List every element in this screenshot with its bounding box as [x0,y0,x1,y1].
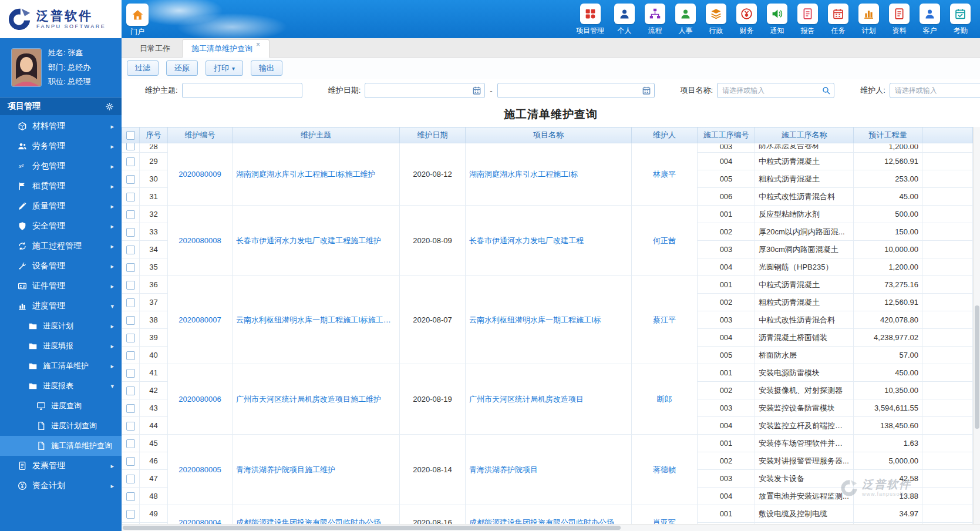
tab[interactable]: 日常工作 [131,40,179,57]
row-checkbox[interactable] [126,457,135,466]
cell-maintain-code[interactable]: 2020080007 [168,276,233,364]
topnav-item[interactable]: 行政 [706,4,726,38]
row-checkbox[interactable] [126,510,135,519]
search-icon[interactable] [821,86,831,95]
row-checkbox[interactable] [126,298,135,307]
row-checkbox[interactable] [126,387,135,395]
cell-project-name[interactable]: 青海洪湖养护院项目 [466,435,632,505]
gear-icon[interactable] [105,102,114,111]
cell-project-name[interactable]: 云南水利枢纽潜明水库一期工程施工I标 [466,276,632,364]
row-checkbox[interactable] [126,334,135,342]
cell-maintainer[interactable]: 蔡江平 [632,276,698,364]
cell-maintain-subject[interactable]: 成都能源建设集团投资有限公司临时办公场所装修... [233,505,400,525]
sidebar-item[interactable]: 设备管理▸ [0,256,122,276]
column-header[interactable]: 序号 [140,127,168,143]
filter-button[interactable]: 过滤 [127,61,159,76]
row-checkbox[interactable] [126,246,135,254]
cell-maintainer[interactable]: 林康平 [632,143,698,206]
topnav-item[interactable]: 客户 [920,4,940,38]
column-header[interactable]: 维护日期 [400,127,466,143]
cell-maintain-subject[interactable]: 广州市天河区统计局机房改造项目施工维护 [233,364,400,435]
sidebar-item[interactable]: 资金计划▸ [0,476,122,496]
calendar-icon[interactable] [472,86,481,95]
sidebar-item[interactable]: 材料管理▸ [0,116,122,136]
tab[interactable]: 施工清单维护查询× [182,39,270,58]
sidebar-item[interactable]: 发票管理▸ [0,456,122,476]
column-header[interactable]: 预计工程量 [854,127,922,143]
scrollbar-thumb[interactable] [123,526,621,530]
cell-maintain-code[interactable]: 2020080008 [168,206,233,276]
topnav-item[interactable]: 流程 [645,4,665,38]
topnav-item[interactable]: 个人 [614,4,635,38]
topnav-item[interactable]: 通知 [767,4,787,38]
row-checkbox[interactable] [126,316,135,325]
row-checkbox[interactable] [126,193,135,201]
sidebar-item[interactable]: 租赁管理▸ [0,176,122,196]
row-checkbox[interactable] [126,475,135,483]
sidebar-item[interactable]: 施工清单维护查询 [0,436,122,456]
scrollbar-thumb[interactable] [975,305,979,429]
cell-maintainer[interactable]: 断郎 [632,364,698,435]
column-header[interactable]: 施工工序编号 [698,127,755,143]
row-checkbox[interactable] [126,369,135,378]
cell-maintain-code[interactable]: 2020080009 [168,143,233,206]
vertical-scrollbar[interactable] [973,127,980,524]
cell-project-name[interactable]: 长春市伊通河水力发电厂改建工程 [466,206,632,276]
sidebar-item[interactable]: 质量管理▸ [0,196,122,216]
cell-project-name[interactable]: 广州市天河区统计局机房改造项目 [466,364,632,435]
topnav-item[interactable]: 任务 [828,4,848,38]
portal-button[interactable]: 门户 [126,0,149,38]
row-checkbox[interactable] [126,492,135,501]
row-checkbox[interactable] [126,281,135,290]
row-checkbox[interactable] [126,228,135,237]
cell-maintain-subject[interactable]: 湖南洞庭湖水库引水工程施工I标施工维护 [233,143,400,206]
row-checkbox[interactable] [126,157,135,166]
select-all-checkbox[interactable] [126,131,135,140]
row-checkbox[interactable] [126,263,135,272]
row-checkbox[interactable] [126,351,135,360]
topnav-item[interactable]: 报告 [797,4,818,38]
reset-button[interactable]: 还原 [166,61,198,76]
cell-maintain-code[interactable]: 2020080004 [168,505,233,525]
cell-maintainer[interactable]: 蒋德帧 [632,435,698,505]
subject-input[interactable] [182,83,302,98]
cell-maintain-subject[interactable]: 云南水利枢纽潜明水库一期工程施工I标施工维护 [233,276,400,364]
cell-maintain-subject[interactable]: 青海洪湖养护院项目施工维护 [233,435,400,505]
column-header[interactable]: 维护人 [632,127,698,143]
sidebar-item[interactable]: 劳务管理▸ [0,136,122,156]
person-input[interactable] [890,83,980,98]
cell-project-name[interactable]: 湖南洞庭湖水库引水工程施工I标 [466,143,632,206]
cell-maintain-subject[interactable]: 长春市伊通河水力发电厂改建工程施工维护 [233,206,400,276]
cell-maintain-code[interactable]: 2020080006 [168,364,233,435]
topnav-item[interactable]: 财务 [736,4,757,38]
topnav-item[interactable]: 资料 [889,4,910,38]
topnav-item[interactable]: 考勤 [950,4,971,38]
column-header[interactable]: 维护主题 [233,127,400,143]
sidebar-item[interactable]: 证件管理▸ [0,276,122,296]
topnav-item[interactable]: 计划 [858,4,879,38]
column-header[interactable]: 维护编号 [168,127,233,143]
cell-project-name[interactable]: 成都能源建设集团投资有限公司临时办公场所装修... [466,505,632,525]
sidebar-item[interactable]: 分包管理▸ [0,156,122,176]
column-header[interactable]: 项目名称 [466,127,632,143]
cell-maintainer[interactable]: 何正茜 [632,206,698,276]
print-button[interactable]: 打印▾ [206,61,243,76]
horizontal-scrollbar[interactable] [122,524,980,531]
row-checkbox[interactable] [126,210,135,219]
sidebar-item[interactable]: 施工过程管理▸ [0,236,122,256]
close-icon[interactable]: × [256,41,260,49]
sidebar-item[interactable]: 进度管理▾ [0,296,122,316]
sidebar-item[interactable]: 进度计划查询 [0,416,122,436]
row-checkbox[interactable] [126,143,135,151]
sidebar-item[interactable]: 进度计划▸ [0,316,122,336]
sidebar-item[interactable]: 安全管理▸ [0,216,122,236]
sidebar-item[interactable]: 进度报表▾ [0,376,122,396]
row-checkbox[interactable] [126,175,135,184]
export-button[interactable]: 输出 [251,61,282,76]
row-checkbox[interactable] [126,422,135,431]
cell-maintainer[interactable]: 肖亚军 [632,505,698,525]
column-header[interactable]: 施工工序名称 [755,127,854,143]
calendar-icon[interactable] [642,86,651,95]
cell-maintain-code[interactable]: 2020080005 [168,435,233,505]
topnav-item[interactable]: 项目管理 [576,4,604,38]
